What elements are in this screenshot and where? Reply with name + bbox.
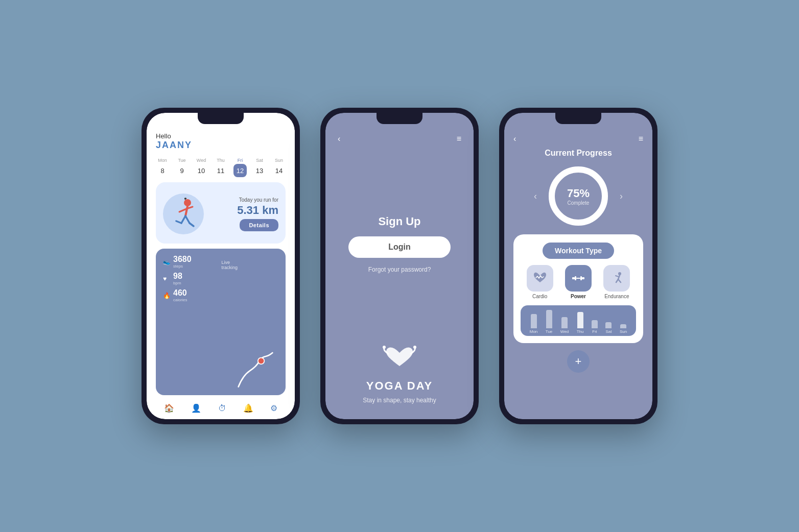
svg-line-19 <box>618 275 620 279</box>
workout-icons-row: Cardio Power <box>521 265 636 299</box>
fire-icon: 🔥 <box>163 292 170 299</box>
progress-title: Current Progress <box>545 149 612 158</box>
bottom-nav: 🏠 👤 ⏱ 🔔 ⚙ <box>156 400 286 414</box>
run-info: Today you run for 5.31 km Details <box>207 197 278 231</box>
phone-progress: ‹ ≡ Current Progress ‹ 75% Complete › <box>499 108 657 424</box>
signup-header: ‹ ≡ <box>338 128 461 143</box>
bar-tue-bar <box>546 310 552 328</box>
cal-tue[interactable]: Tue 9 <box>175 158 189 177</box>
bar-wed-label: Wed <box>560 329 569 334</box>
stats-left: 👟 3680 steps ♥ 98 bpm � <box>163 255 227 389</box>
svg-point-10 <box>413 346 416 349</box>
nav-settings-icon[interactable]: ⚙ <box>270 403 277 413</box>
svg-line-6 <box>185 216 190 223</box>
workout-endurance[interactable]: Endurance <box>603 265 630 299</box>
cal-sat[interactable]: Sat 13 <box>253 158 266 177</box>
bar-fri: Fri <box>592 320 598 334</box>
svg-rect-16 <box>580 276 582 280</box>
notch <box>198 113 244 124</box>
greeting-hello: Hello <box>156 132 286 140</box>
svg-line-20 <box>616 276 619 277</box>
progress-screen: ‹ ≡ Current Progress ‹ 75% Complete › <box>504 113 652 419</box>
svg-rect-13 <box>572 277 575 279</box>
cal-fri[interactable]: Fri 12 <box>233 158 247 177</box>
calories-value: 460 <box>173 288 187 298</box>
workout-type-button[interactable]: Workout Type <box>543 243 614 259</box>
bar-mon: Mon <box>530 314 538 334</box>
bar-thu-label: Thu <box>577 329 584 334</box>
signup-section: Sign Up Login Forgot your password? <box>338 215 461 273</box>
run-card: Today you run for 5.31 km Details <box>156 182 286 244</box>
progress-ring: 75% Complete <box>545 163 612 229</box>
ring-label: Complete <box>567 200 590 206</box>
notch <box>555 113 601 124</box>
menu-icon[interactable]: ≡ <box>457 134 461 143</box>
svg-point-8 <box>258 358 264 364</box>
weekly-bar-chart: Mon Tue Wed Thu <box>521 305 636 336</box>
svg-line-5 <box>176 221 181 223</box>
back-icon[interactable]: ‹ <box>513 134 516 143</box>
workout-power[interactable]: Power <box>565 265 592 299</box>
bpm-row: ♥ 98 bpm <box>163 272 227 285</box>
prev-arrow[interactable]: ‹ <box>534 191 537 202</box>
cardio-label: Cardio <box>532 294 547 299</box>
svg-rect-15 <box>575 276 576 280</box>
bar-tue: Tue <box>546 310 553 334</box>
svg-line-4 <box>181 216 185 223</box>
nav-profile-icon[interactable]: 👤 <box>191 403 201 413</box>
bar-tue-label: Tue <box>546 329 553 334</box>
notch <box>377 113 422 124</box>
stats-card: 👟 3680 steps ♥ 98 bpm � <box>156 249 286 395</box>
steps-label: steps <box>173 264 192 269</box>
svg-rect-17 <box>576 278 580 279</box>
next-arrow[interactable]: › <box>620 191 623 202</box>
cal-mon[interactable]: Mon 8 <box>156 158 169 177</box>
login-button[interactable]: Login <box>348 236 451 258</box>
nav-bell-icon[interactable]: 🔔 <box>243 403 253 413</box>
add-button[interactable]: + <box>567 350 590 373</box>
run-distance: 5.31 km <box>207 204 278 217</box>
bar-mon-label: Mon <box>530 329 538 334</box>
power-icon-box <box>565 265 592 292</box>
calories-row: 🔥 460 calories <box>163 288 227 302</box>
ring-center: 75% Complete <box>567 187 590 206</box>
signup-screen: ‹ ≡ Sign Up Login Forgot your password? <box>325 113 474 419</box>
menu-icon[interactable]: ≡ <box>639 134 643 143</box>
progress-ring-container: ‹ 75% Complete › <box>534 163 623 229</box>
svg-line-1 <box>185 206 187 216</box>
cal-thu[interactable]: Thu 11 <box>214 158 227 177</box>
back-icon[interactable]: ‹ <box>338 134 340 143</box>
bar-wed-bar <box>561 317 568 328</box>
endurance-label: Endurance <box>604 294 629 299</box>
svg-line-7 <box>190 223 194 226</box>
bar-fri-bar <box>592 320 598 328</box>
yoga-logo: YOGA DAY Stay in shape, stay healthy <box>363 345 436 404</box>
details-button[interactable]: Details <box>240 219 278 231</box>
bar-sat-label: Sat <box>605 329 612 334</box>
bar-sun: Sun <box>620 324 627 334</box>
steps-row: 👟 3680 steps <box>163 255 227 269</box>
bpm-value: 98 <box>173 272 182 281</box>
runner-illustration <box>163 194 204 234</box>
power-label: Power <box>571 294 586 299</box>
workout-cardio[interactable]: Cardio <box>527 265 553 299</box>
phone-dashboard: Hello JAANY Mon 8 Tue 9 Wed 10 Thu <box>142 108 300 424</box>
dashboard-screen: Hello JAANY Mon 8 Tue 9 Wed 10 Thu <box>147 113 295 419</box>
week-calendar: Mon 8 Tue 9 Wed 10 Thu 11 Fri 12 <box>156 158 286 177</box>
nav-timer-icon[interactable]: ⏱ <box>218 404 226 413</box>
cal-sun[interactable]: Sun 14 <box>272 158 286 177</box>
phone-signup: ‹ ≡ Sign Up Login Forgot your password? <box>320 108 479 424</box>
cardio-icon-box <box>527 265 553 292</box>
cal-wed[interactable]: Wed 10 <box>195 158 208 177</box>
bar-fri-label: Fri <box>592 329 597 334</box>
run-label: Today you run for <box>207 197 278 204</box>
bar-wed: Wed <box>560 317 569 334</box>
yoga-title: YOGA DAY <box>366 379 433 393</box>
forgot-password-link[interactable]: Forgot your password? <box>368 266 431 273</box>
nav-home-icon[interactable]: 🏠 <box>164 403 174 413</box>
greeting-section: Hello JAANY <box>156 132 286 151</box>
svg-rect-14 <box>582 277 584 279</box>
bar-sun-bar <box>620 324 626 328</box>
steps-value: 3680 <box>173 255 192 264</box>
map-area: Live tracking <box>232 255 278 389</box>
